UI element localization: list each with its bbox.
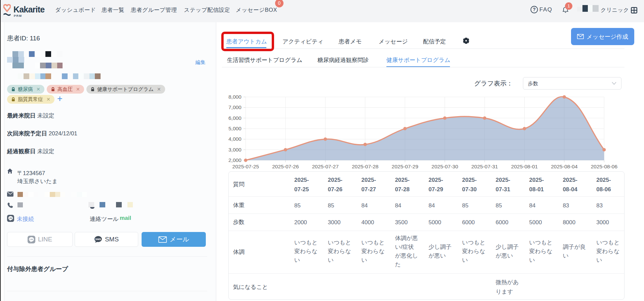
- svg-text:2025-07-28: 2025-07-28: [352, 164, 378, 169]
- svg-text:2025-07-27: 2025-07-27: [312, 164, 339, 169]
- svg-text:2025-07-26: 2025-07-26: [272, 164, 299, 169]
- svg-text:2025-08-06: 2025-08-06: [591, 164, 617, 169]
- svg-text:5,000: 5,000: [228, 126, 241, 131]
- svg-text:2025-07-29: 2025-07-29: [392, 164, 418, 169]
- svg-text:2025-07-31: 2025-07-31: [471, 164, 498, 169]
- svg-text:2025-08-04: 2025-08-04: [551, 164, 578, 169]
- svg-text:3,000: 3,000: [228, 147, 241, 153]
- svg-text:6,000: 6,000: [228, 115, 241, 121]
- svg-text:2025-07-30: 2025-07-30: [431, 164, 458, 169]
- svg-text:2,000: 2,000: [228, 157, 241, 163]
- svg-text:7,000: 7,000: [228, 104, 241, 110]
- svg-text:2025-08-01: 2025-08-01: [511, 164, 538, 169]
- svg-text:2025-07-25: 2025-07-25: [232, 164, 259, 169]
- svg-text:8,000: 8,000: [228, 94, 241, 100]
- svg-text:4,000: 4,000: [228, 136, 241, 142]
